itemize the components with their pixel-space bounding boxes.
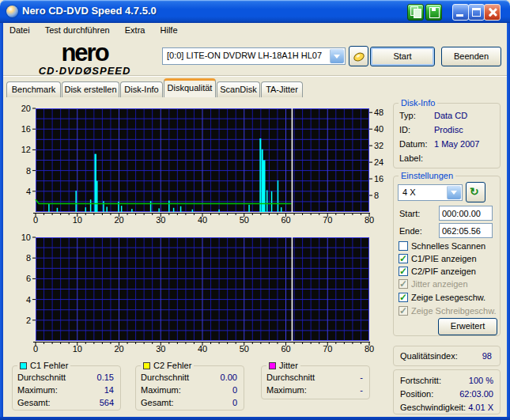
position-value: 62:03.00 — [459, 389, 493, 399]
svg-text:4: 4 — [26, 187, 31, 196]
save-icon — [429, 7, 440, 18]
datum-value: 1 May 2007 — [434, 139, 479, 149]
svg-text:10: 10 — [73, 215, 82, 225]
quit-button[interactable]: Beenden — [441, 47, 501, 66]
tab-diskqualitaet[interactable]: Diskqualität — [164, 78, 216, 97]
nero-logo: nero CD·DVDØSPEED — [9, 40, 160, 76]
label-label: Label: — [399, 153, 423, 163]
svg-text:30: 30 — [156, 344, 165, 354]
c2-total-value: 0 — [232, 398, 237, 407]
datum-label: Datum: — [399, 139, 427, 149]
checkbox-box — [399, 279, 408, 289]
menu-bar: Datei Test durchführen Extra Hilfe — [3, 24, 507, 37]
tab-ta-jitter[interactable]: TA-Jitter — [261, 81, 303, 97]
checkbox-box[interactable] — [399, 254, 408, 263]
copy-screenshot-button[interactable] — [407, 4, 424, 21]
save-button[interactable] — [425, 4, 442, 21]
checkbox-schnelles-scannen[interactable]: Schnelles Scannen — [399, 240, 485, 252]
c1-color-swatch — [20, 362, 27, 369]
svg-text:0: 0 — [33, 215, 38, 225]
jitter-avg-value: - — [360, 373, 363, 382]
svg-text:40: 40 — [374, 124, 383, 134]
disc-icon — [353, 51, 366, 63]
svg-text:20: 20 — [21, 104, 31, 113]
advanced-button[interactable]: Erweitert — [438, 318, 497, 335]
chevron-down-icon[interactable] — [330, 49, 344, 63]
svg-text:8: 8 — [374, 191, 379, 200]
speed-label: Geschwindigkeit: — [400, 403, 466, 412]
c1-title-text: C1 Fehler — [30, 361, 68, 370]
close-button[interactable] — [484, 4, 501, 21]
c2-total-label: Gesamt: — [141, 398, 174, 407]
c2-color-swatch — [143, 362, 150, 369]
menu-datei[interactable]: Datei — [3, 24, 36, 35]
tab-disk-info[interactable]: Disk-Info — [120, 81, 163, 97]
c1-pie-quality-chart: 481216208162432404801020304050607080 — [6, 104, 387, 225]
start-button[interactable]: Start — [370, 47, 435, 66]
status-panel: Fortschritt: 100 % Position: 62:03.00 Ge… — [393, 369, 501, 414]
header-separator — [3, 75, 507, 77]
checkbox-zeige-schreibgeschw: Zeige Schreibgeschw. — [399, 305, 497, 316]
svg-text:16: 16 — [21, 124, 31, 134]
svg-text:48: 48 — [374, 108, 383, 117]
c2-max-value: 0 — [232, 385, 237, 395]
start-time-input[interactable] — [439, 206, 493, 221]
svg-text:2: 2 — [26, 316, 31, 325]
svg-text:40: 40 — [198, 344, 207, 354]
jitter-panel: Jitter Durchschnitt - Maximum: - — [261, 365, 370, 399]
titlebar: Nero CD-DVD Speed 4.7.5.0 — [0, 0, 510, 23]
tab-disk-erstellen[interactable]: Disk erstellen — [62, 81, 119, 97]
tab-benchmark[interactable]: Benchmark — [6, 81, 61, 97]
minimize-button[interactable] — [452, 4, 469, 21]
checkbox-c2-pif-anzeigen[interactable]: C2/PIF anzeigen — [399, 266, 476, 277]
svg-text:12: 12 — [21, 145, 31, 154]
c1-avg-label: Durchschnitt — [17, 373, 66, 382]
svg-text:16: 16 — [374, 174, 383, 184]
jitter-max-value: - — [360, 385, 363, 395]
checkbox-box[interactable] — [399, 267, 408, 276]
c1-avg-value: 0.15 — [97, 373, 114, 382]
checkbox-box[interactable] — [399, 293, 408, 302]
c1-total-label: Gesamt: — [17, 398, 51, 407]
maximize-button[interactable] — [468, 4, 485, 21]
drive-select[interactable]: [0:0] LITE-ON DVDRW LH-18A1H HL07 — [162, 47, 346, 65]
checkbox-box[interactable] — [399, 241, 408, 251]
eject-button[interactable] — [349, 46, 368, 66]
c1-panel-title: C1 Fehler — [17, 361, 70, 370]
window-border-right — [507, 23, 510, 420]
svg-text:40: 40 — [198, 215, 207, 225]
menu-hilfe[interactable]: Hilfe — [154, 24, 184, 35]
svg-text:8: 8 — [26, 166, 31, 176]
chevron-down-icon[interactable] — [447, 186, 461, 199]
speed-select[interactable]: 4 X — [398, 184, 463, 201]
progress-value: 100 % — [469, 376, 493, 385]
svg-text:80: 80 — [365, 344, 374, 354]
checkbox-c1-pie-anzeigen[interactable]: C1/PIE anzeigen — [399, 253, 477, 264]
window-border-left — [0, 23, 3, 420]
minimize-icon — [456, 14, 463, 17]
speed-select-value: 4 X — [402, 187, 416, 197]
menu-test-durchfuehren[interactable]: Test durchführen — [39, 24, 116, 35]
speed-value: 4.01 X — [468, 403, 493, 412]
svg-text:4: 4 — [26, 295, 31, 305]
jitter-max-label: Maximum: — [266, 385, 307, 395]
svg-text:20: 20 — [114, 344, 123, 354]
end-time-label: Ende: — [399, 226, 422, 236]
end-time-input[interactable] — [439, 223, 493, 238]
tab-scandisk[interactable]: ScanDisk — [217, 81, 260, 97]
checkbox-zeige-lesegeschw[interactable]: Zeige Lesegeschw. — [399, 292, 485, 303]
menu-extra[interactable]: Extra — [119, 24, 152, 35]
c2-panel-title: C2 Fehler — [141, 361, 194, 370]
c2-avg-value: 0.00 — [221, 373, 237, 382]
c2-avg-label: Durchschnitt — [141, 373, 189, 382]
refresh-button[interactable]: ↻ — [466, 182, 485, 202]
settings-group: Einstellungen 4 X ↻ Start: Ende: Schnell… — [393, 176, 501, 336]
c1-error-panel: C1 Fehler Durchschnitt 0.15 Maximum: 14 … — [12, 365, 121, 411]
app-icon — [6, 6, 18, 17]
svg-text:6: 6 — [26, 274, 31, 283]
typ-label: Typ: — [399, 111, 416, 120]
progress-label: Fortschritt: — [400, 376, 441, 385]
quality-index-label: Qualitätsindex: — [400, 351, 458, 361]
copy-icon — [408, 5, 423, 20]
svg-text:30: 30 — [156, 215, 165, 225]
